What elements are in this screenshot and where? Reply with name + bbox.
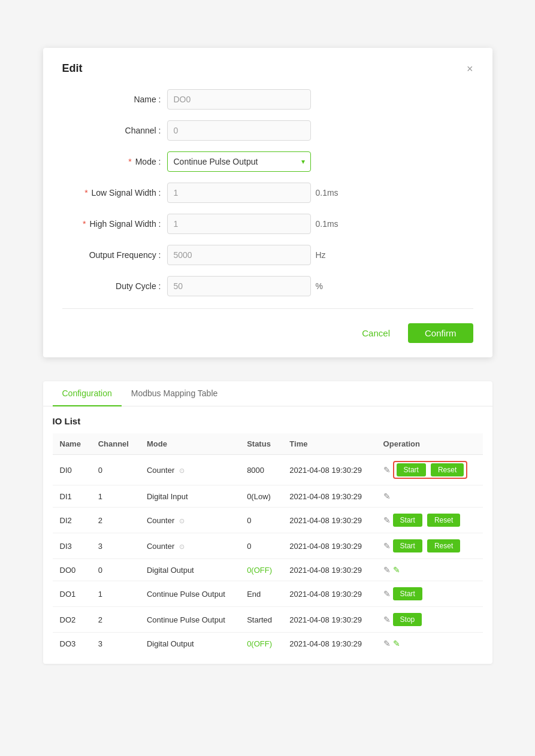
- cell-status: 0(OFF): [240, 633, 282, 655]
- reset-button[interactable]: Reset: [431, 463, 464, 476]
- cell-time: 2021-04-08 19:30:29: [282, 607, 376, 633]
- tabs-wrapper: Configuration Modbus Mapping Table IO Li…: [43, 381, 492, 664]
- cell-time: 2021-04-08 19:30:29: [282, 533, 376, 559]
- cell-mode: Digital Input: [140, 485, 240, 508]
- cell-operation: ✎ Start Reset: [376, 455, 483, 485]
- toggle-icon[interactable]: ✎: [393, 639, 400, 648]
- duty-cycle-label: Duty Cycle :: [62, 281, 167, 291]
- cell-time: 2021-04-08 19:30:29: [282, 559, 376, 581]
- cell-status: 0(OFF): [240, 559, 282, 581]
- edit-icon[interactable]: ✎: [383, 639, 391, 648]
- op-cell: ✎ Start Reset: [383, 461, 476, 479]
- edit-icon[interactable]: ✎: [383, 465, 391, 475]
- col-status: Status: [240, 433, 282, 455]
- stop-button[interactable]: Stop: [393, 613, 422, 626]
- edit-icon[interactable]: ✎: [383, 541, 391, 551]
- op-cell: ✎ Start Reset: [383, 514, 476, 527]
- name-label: Name :: [62, 95, 167, 104]
- modal-title: Edit: [62, 62, 83, 75]
- cancel-button[interactable]: Cancel: [351, 323, 401, 343]
- toggle-icon[interactable]: ✎: [393, 565, 400, 575]
- low-signal-label-text: Low Signal Width :: [92, 188, 161, 198]
- cell-operation: ✎ ✎: [376, 559, 483, 581]
- start-button[interactable]: Start: [397, 463, 426, 476]
- mode-label-text: Mode :: [135, 157, 161, 166]
- output-freq-label: Output Frequency :: [62, 250, 167, 260]
- low-signal-label: * Low Signal Width :: [62, 188, 167, 198]
- cell-name: DO2: [53, 607, 91, 633]
- high-signal-required-star: *: [83, 219, 86, 229]
- col-operation: Operation: [376, 433, 483, 455]
- cell-status: 0: [240, 533, 282, 559]
- cell-mode: Counter ⊙: [140, 455, 240, 485]
- status-off: 0(OFF): [247, 639, 272, 648]
- cell-status: 8000: [240, 455, 282, 485]
- table-row: DO3 3 Digital Output 0(OFF) 2021-04-08 1…: [53, 633, 483, 655]
- cell-time: 2021-04-08 19:30:29: [282, 455, 376, 485]
- tabs-bar: Configuration Modbus Mapping Table: [43, 381, 492, 406]
- cell-channel: 0: [91, 455, 140, 485]
- cell-mode: Counter ⊙: [140, 508, 240, 533]
- op-cell: ✎ Start Reset: [383, 539, 476, 552]
- col-mode: Mode: [140, 433, 240, 455]
- start-button[interactable]: Start: [393, 539, 422, 552]
- cell-mode: Digital Output: [140, 633, 240, 655]
- edit-icon[interactable]: ✎: [383, 615, 391, 624]
- table-body: DI0 0 Counter ⊙ 8000 2021-04-08 19:30:29…: [53, 455, 483, 655]
- high-signal-row: * High Signal Width : 0.1ms: [62, 214, 473, 234]
- tab-modbus[interactable]: Modbus Mapping Table: [122, 381, 228, 406]
- high-signal-input[interactable]: [167, 214, 311, 234]
- cell-mode: Digital Output: [140, 559, 240, 581]
- col-channel: Channel: [91, 433, 140, 455]
- cell-channel: 2: [91, 508, 140, 533]
- edit-modal: Edit × Name : Channel : * Mode : Continu…: [43, 48, 492, 357]
- channel-label: Channel :: [62, 126, 167, 135]
- table-row: DI1 1 Digital Input 0(Low) 2021-04-08 19…: [53, 485, 483, 508]
- high-signal-unit: 0.1ms: [316, 219, 338, 229]
- low-signal-required-star: *: [84, 188, 87, 198]
- high-signal-label-text: High Signal Width :: [89, 219, 161, 229]
- col-name: Name: [53, 433, 91, 455]
- mode-select[interactable]: Continue Pulse Output Digital Output: [167, 151, 311, 172]
- start-button[interactable]: Start: [393, 514, 422, 527]
- reset-button[interactable]: Reset: [427, 514, 460, 527]
- name-input[interactable]: [167, 89, 311, 110]
- low-signal-input[interactable]: [167, 183, 311, 203]
- cell-channel: 3: [91, 533, 140, 559]
- cell-mode: Continue Pulse Output: [140, 607, 240, 633]
- tab-configuration[interactable]: Configuration: [53, 381, 122, 406]
- cell-status: End: [240, 581, 282, 607]
- reset-button[interactable]: Reset: [427, 539, 460, 552]
- name-row: Name :: [62, 89, 473, 110]
- table-row: DO0 0 Digital Output 0(OFF) 2021-04-08 1…: [53, 559, 483, 581]
- cell-status: 0(Low): [240, 485, 282, 508]
- page-wrapper: Edit × Name : Channel : * Mode : Continu…: [43, 48, 492, 664]
- edit-icon[interactable]: ✎: [383, 515, 391, 525]
- start-reset-highlight: Start Reset: [393, 461, 468, 479]
- io-table: Name Channel Mode Status Time Operation …: [53, 433, 483, 654]
- edit-icon[interactable]: ✎: [383, 491, 391, 501]
- confirm-button[interactable]: Confirm: [408, 323, 473, 343]
- io-list-title: IO List: [53, 416, 483, 426]
- duty-cycle-unit: %: [316, 281, 323, 291]
- edit-icon[interactable]: ✎: [383, 565, 391, 575]
- mode-required-star: *: [128, 157, 131, 166]
- output-freq-input[interactable]: [167, 245, 311, 265]
- cell-mode: Continue Pulse Output: [140, 581, 240, 607]
- channel-input[interactable]: [167, 120, 311, 141]
- low-signal-unit: 0.1ms: [316, 188, 338, 198]
- cell-status: Started: [240, 607, 282, 633]
- mode-label: * Mode :: [62, 157, 167, 166]
- edit-icon[interactable]: ✎: [383, 589, 391, 599]
- cell-time: 2021-04-08 19:30:29: [282, 485, 376, 508]
- start-button[interactable]: Start: [393, 587, 422, 600]
- close-button[interactable]: ×: [467, 63, 473, 74]
- duty-cycle-input[interactable]: [167, 276, 311, 296]
- table-row: DI0 0 Counter ⊙ 8000 2021-04-08 19:30:29…: [53, 455, 483, 485]
- op-cell: ✎ ✎: [383, 639, 476, 648]
- table-row: DI2 2 Counter ⊙ 0 2021-04-08 19:30:29 ✎ …: [53, 508, 483, 533]
- cell-operation: ✎ Start Reset: [376, 508, 483, 533]
- cell-status: 0: [240, 508, 282, 533]
- info-icon: ⊙: [179, 517, 185, 525]
- modal-divider: [62, 308, 473, 309]
